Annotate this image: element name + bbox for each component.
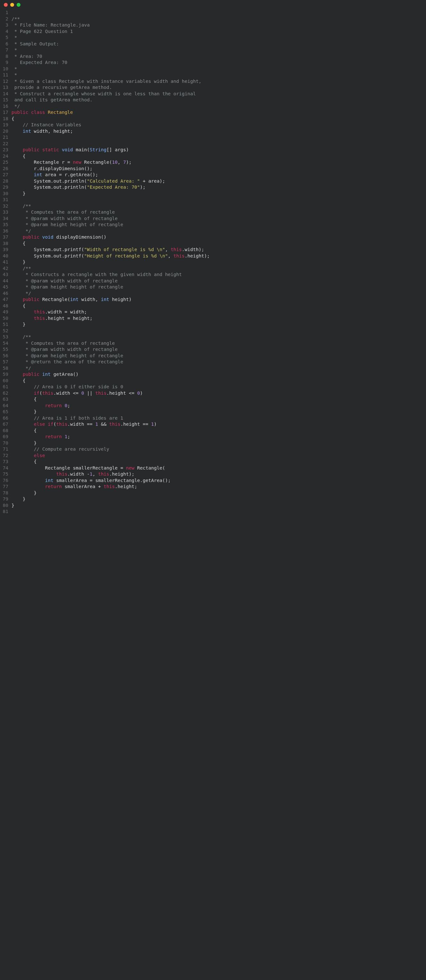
code-line[interactable] [11, 141, 210, 147]
token-default: .width == [67, 422, 95, 427]
code-line[interactable]: * @param width width of rectangle [11, 347, 210, 353]
code-line[interactable]: * @param height height of rectangle [11, 353, 210, 359]
code-line[interactable]: return 0; [11, 402, 210, 409]
code-content[interactable]: /** * File Name: Rectangle.java * Page 6… [11, 10, 213, 515]
code-line[interactable]: System.out.printf("Height of rectangle i… [11, 253, 210, 259]
code-line[interactable]: r.displayDimension(); [11, 165, 210, 172]
code-line[interactable]: } [11, 503, 210, 509]
token-default [11, 216, 23, 221]
code-line[interactable]: * [11, 72, 210, 78]
code-line[interactable]: this.width -1, this.height); [11, 471, 210, 477]
line-number: 24 [2, 153, 8, 160]
code-line[interactable]: * @param height height of rectangle [11, 284, 210, 290]
code-line[interactable]: * Sample Output: [11, 41, 210, 47]
code-line[interactable]: * File Name: Rectangle.java [11, 22, 210, 29]
token-default [73, 147, 76, 152]
code-line[interactable]: System.out.printf("Width of rectangle is… [11, 247, 210, 253]
code-line[interactable]: /** [11, 203, 210, 210]
code-line[interactable]: this.height = height; [11, 315, 210, 322]
code-line[interactable]: { [11, 428, 210, 434]
code-line[interactable]: * [11, 47, 210, 53]
code-line[interactable] [11, 197, 210, 203]
code-line[interactable] [11, 134, 210, 141]
code-line[interactable]: provide a recursive getArea method. [11, 84, 210, 91]
token-type: int [23, 129, 31, 134]
code-line[interactable]: if(this.width <= 0 || this.height <= 0) [11, 390, 210, 397]
code-line[interactable]: * Page 622 Question 1 [11, 29, 210, 35]
code-line[interactable]: System.out.println("Calculated Area: " +… [11, 178, 210, 185]
token-default [11, 359, 23, 364]
code-line[interactable]: * Computes the area of rectangle [11, 209, 210, 216]
code-line[interactable]: * [11, 35, 210, 41]
code-line[interactable]: */ [11, 365, 210, 372]
code-line[interactable]: { [11, 378, 210, 384]
code-line[interactable]: else if(this.width == 1 && this.height =… [11, 421, 210, 428]
code-line[interactable]: { [11, 303, 210, 309]
minimize-icon[interactable] [10, 3, 14, 7]
token-this: this [98, 471, 110, 477]
code-line[interactable]: public class Rectangle [11, 110, 210, 116]
code-line[interactable]: public void displayDimension() [11, 234, 210, 240]
code-line[interactable]: Rectangle r = new Rectangle(10, 7); [11, 159, 210, 165]
code-line[interactable]: { [11, 459, 210, 465]
code-line[interactable]: } [11, 496, 210, 503]
token-default: smallerArea + [62, 484, 103, 489]
code-line[interactable]: return smallerArea + this.height; [11, 484, 210, 490]
code-line[interactable]: } [11, 259, 210, 266]
token-default: .width); [182, 247, 204, 252]
code-line[interactable]: this.width = width; [11, 309, 210, 315]
code-line[interactable]: { [11, 153, 210, 160]
line-number: 28 [2, 178, 8, 185]
code-line[interactable]: return 1; [11, 434, 210, 440]
code-line[interactable]: { [11, 240, 210, 247]
close-icon[interactable] [4, 3, 8, 7]
code-line[interactable] [11, 328, 210, 334]
code-line[interactable]: * @return the area of the rectangle [11, 359, 210, 365]
code-line[interactable]: System.out.println("Expected Area: 70"); [11, 184, 210, 191]
code-line[interactable]: */ [11, 103, 210, 110]
code-line[interactable]: * @param width width of rectangle [11, 216, 210, 222]
token-default: width, [79, 297, 101, 302]
code-line[interactable] [11, 509, 210, 515]
code-line[interactable]: /** [11, 266, 210, 272]
token-this: this [110, 422, 121, 427]
line-number: 7 [2, 47, 8, 53]
code-line[interactable]: { [11, 116, 210, 122]
code-line[interactable]: * Constructs a rectangle with the given … [11, 272, 210, 278]
code-line[interactable]: * @param height height of rectangle [11, 222, 210, 228]
code-line[interactable]: else [11, 453, 210, 459]
code-line[interactable]: // Area is 1 if both sides are 1 [11, 415, 210, 422]
code-line[interactable]: * Area: 70 [11, 53, 210, 60]
code-line[interactable]: { [11, 396, 210, 402]
code-line[interactable]: } [11, 490, 210, 496]
code-line[interactable]: */ [11, 290, 210, 297]
code-line[interactable]: int width, height; [11, 128, 210, 135]
code-line[interactable]: Expected Area: 70 [11, 59, 210, 66]
code-line[interactable]: // Instance Variables [11, 122, 210, 128]
line-number: 12 [2, 78, 8, 85]
maximize-icon[interactable] [17, 3, 21, 7]
code-line[interactable]: Rectangle smallerRectangle = new Rectang… [11, 465, 210, 471]
code-line[interactable]: } [11, 409, 210, 415]
code-line[interactable]: * Given a class Rectangle with instance … [11, 78, 210, 85]
code-line[interactable]: */ [11, 228, 210, 234]
code-line[interactable]: // Compute area recursively [11, 446, 210, 453]
code-line[interactable]: /** [11, 334, 210, 340]
token-default [11, 478, 45, 483]
code-line[interactable] [11, 10, 210, 16]
code-line[interactable]: } [11, 440, 210, 447]
code-line[interactable]: int area = r.getArea(); [11, 172, 210, 178]
code-line[interactable]: int smallerArea = smallerRectangle.getAr… [11, 477, 210, 484]
code-line[interactable]: // Area is 0 if either side is 0 [11, 384, 210, 390]
code-line[interactable]: * [11, 66, 210, 72]
code-line[interactable]: /** [11, 16, 210, 22]
code-line[interactable]: * Computes the area of rectangle [11, 340, 210, 347]
code-line[interactable]: * @param width width of rectangle [11, 278, 210, 284]
code-line[interactable]: public Rectangle(int width, int height) [11, 296, 210, 303]
code-line[interactable]: public static void main(String[] args) [11, 147, 210, 153]
code-line[interactable]: } [11, 321, 210, 328]
code-line[interactable]: } [11, 191, 210, 197]
code-line[interactable]: and call its getArea method. [11, 97, 210, 103]
code-line[interactable]: * Construct a rectangle whose width is o… [11, 91, 210, 97]
code-line[interactable]: public int getArea() [11, 371, 210, 378]
